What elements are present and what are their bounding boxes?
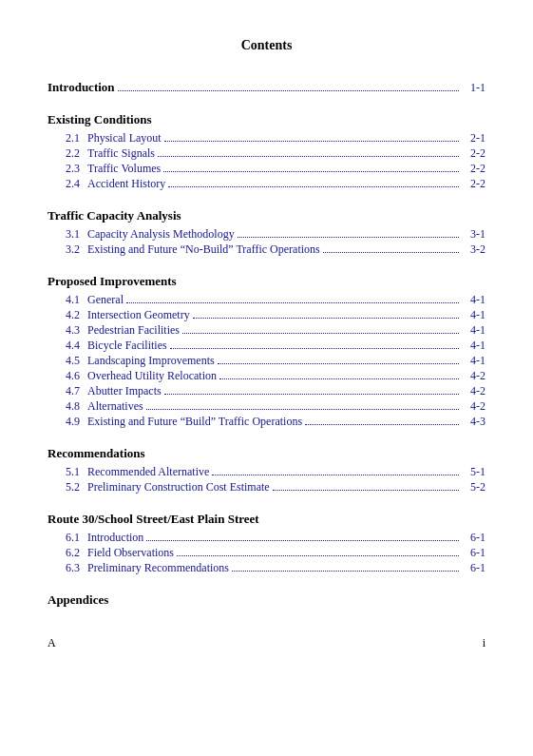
toc-dots-1-1 <box>323 252 459 253</box>
toc-number-1-0: 3.1 <box>48 227 87 242</box>
toc-page-3-0: 5-1 <box>462 465 485 479</box>
toc-number-0-3: 2.4 <box>48 177 87 191</box>
intro-dots <box>118 90 459 91</box>
toc-number-2-0: 4.1 <box>48 293 87 307</box>
toc-entry-2-1: 4.2Intersection Geometry4-1 <box>48 308 485 322</box>
toc-dots-0-1 <box>158 156 459 157</box>
toc-entry-2-7: 4.8Alternatives4-2 <box>48 399 485 414</box>
toc-label-0-2: Traffic Volumes <box>87 162 161 176</box>
toc-entry-3-0: 5.1Recommended Alternative5-1 <box>48 465 485 479</box>
section-heading-0: Existing Conditions <box>48 112 485 127</box>
toc-label-1-1: Existing and Future “No-Build” Traffic O… <box>87 242 320 257</box>
toc-number-3-1: 5.2 <box>48 480 87 494</box>
toc-label-2-3: Bicycle Facilities <box>87 339 167 353</box>
footer-left: A <box>48 636 56 650</box>
intro-row: Introduction 1-1 <box>48 80 485 95</box>
toc-page-2-3: 4-1 <box>462 339 485 353</box>
toc-dots-2-4 <box>218 363 459 364</box>
toc-entry-2-8: 4.9Existing and Future “Build” Traffic O… <box>48 415 485 429</box>
toc-page-0-2: 2-2 <box>462 162 485 176</box>
footer: A i <box>48 636 485 650</box>
page-title: Contents <box>48 38 485 53</box>
toc-dots-2-0 <box>126 302 459 303</box>
toc-dots-4-2 <box>232 571 459 572</box>
toc-dots-2-6 <box>164 394 459 395</box>
toc-number-2-5: 4.6 <box>48 369 87 383</box>
toc-dots-1-0 <box>238 237 459 238</box>
toc-label-2-1: Intersection Geometry <box>87 308 190 322</box>
toc-page-2-0: 4-1 <box>462 293 485 307</box>
toc-entry-4-1: 6.2Field Observations6-1 <box>48 546 485 560</box>
toc-label-3-0: Recommended Alternative <box>87 465 209 479</box>
toc-page-4-1: 6-1 <box>462 546 485 560</box>
toc-page-0-0: 2-1 <box>462 131 485 145</box>
toc-number-0-2: 2.3 <box>48 162 87 176</box>
toc-number-4-0: 6.1 <box>48 531 87 545</box>
toc-label-2-4: Landscaping Improvements <box>87 354 215 368</box>
toc-page-2-6: 4-2 <box>462 384 485 398</box>
toc-page-4-0: 6-1 <box>462 531 485 545</box>
toc-dots-0-3 <box>168 186 459 187</box>
toc-dots-3-1 <box>273 490 459 491</box>
toc-dots-4-0 <box>146 540 459 541</box>
toc-number-4-1: 6.2 <box>48 546 87 560</box>
intro-label: Introduction <box>48 80 115 95</box>
toc-entry-0-0: 2.1Physical Layout2-1 <box>48 131 485 145</box>
toc-label-4-2: Preliminary Recommendations <box>87 561 229 575</box>
toc-number-2-1: 4.2 <box>48 308 87 322</box>
toc-page-2-5: 4-2 <box>462 369 485 383</box>
section-heading-5: Appendices <box>48 592 485 608</box>
toc-dots-2-2 <box>182 333 459 334</box>
section-heading-3: Recommendations <box>48 446 485 461</box>
toc-entry-0-2: 2.3Traffic Volumes2-2 <box>48 162 485 176</box>
toc-entry-2-0: 4.1General4-1 <box>48 293 485 307</box>
toc-number-0-0: 2.1 <box>48 131 87 145</box>
toc-number-4-2: 6.3 <box>48 561 87 575</box>
toc-label-0-0: Physical Layout <box>87 131 162 145</box>
toc-dots-2-1 <box>193 318 459 319</box>
toc-entry-0-3: 2.4Accident History2-2 <box>48 177 485 191</box>
toc-entry-1-0: 3.1Capacity Analysis Methodology3-1 <box>48 227 485 242</box>
toc-entry-0-1: 2.2Traffic Signals2-2 <box>48 146 485 161</box>
section-heading-4: Route 30/School Street/East Plain Street <box>48 512 485 527</box>
toc-number-1-1: 3.2 <box>48 242 87 257</box>
section-heading-1: Traffic Capacity Analysis <box>48 208 485 223</box>
toc-entry-2-6: 4.7Abutter Impacts4-2 <box>48 384 485 398</box>
toc-page-2-8: 4-3 <box>462 415 485 429</box>
toc-number-2-6: 4.7 <box>48 384 87 398</box>
toc-dots-3-0 <box>212 475 459 475</box>
toc-number-2-2: 4.3 <box>48 323 87 338</box>
toc-number-2-8: 4.9 <box>48 415 87 429</box>
toc-page-1-0: 3-1 <box>462 227 485 242</box>
toc-page-2-1: 4-1 <box>462 308 485 322</box>
toc-entry-4-0: 6.1Introduction6-1 <box>48 531 485 545</box>
intro-page: 1-1 <box>462 81 485 95</box>
toc-dots-4-1 <box>177 555 459 556</box>
toc-number-2-7: 4.8 <box>48 399 87 414</box>
toc-label-0-1: Traffic Signals <box>87 146 155 161</box>
sections-container: Existing Conditions2.1Physical Layout2-1… <box>48 112 485 608</box>
toc-entry-4-2: 6.3Preliminary Recommendations6-1 <box>48 561 485 575</box>
toc-label-2-5: Overhead Utility Relocation <box>87 369 217 383</box>
toc-dots-2-7 <box>146 409 459 410</box>
toc-label-2-0: General <box>87 293 124 307</box>
toc-label-4-1: Field Observations <box>87 546 174 560</box>
toc-label-1-0: Capacity Analysis Methodology <box>87 227 235 242</box>
toc-page-1-1: 3-2 <box>462 242 485 257</box>
page: Contents Introduction 1-1 Existing Condi… <box>0 0 533 756</box>
toc-dots-2-5 <box>219 378 459 379</box>
toc-label-2-2: Pedestrian Facilities <box>87 323 180 338</box>
toc-number-0-1: 2.2 <box>48 146 87 161</box>
toc-label-2-8: Existing and Future “Build” Traffic Oper… <box>87 415 302 429</box>
toc-label-0-3: Accident History <box>87 177 165 191</box>
toc-number-3-0: 5.1 <box>48 465 87 479</box>
toc-entry-1-1: 3.2Existing and Future “No-Build” Traffi… <box>48 242 485 257</box>
toc-label-2-7: Alternatives <box>87 399 143 414</box>
toc-label-4-0: Introduction <box>87 531 143 545</box>
toc-page-0-1: 2-2 <box>462 146 485 161</box>
toc-entry-2-2: 4.3Pedestrian Facilities4-1 <box>48 323 485 338</box>
toc-page-2-7: 4-2 <box>462 399 485 414</box>
toc-entry-2-4: 4.5Landscaping Improvements4-1 <box>48 354 485 368</box>
toc-page-0-3: 2-2 <box>462 177 485 191</box>
toc-dots-0-2 <box>163 171 459 172</box>
